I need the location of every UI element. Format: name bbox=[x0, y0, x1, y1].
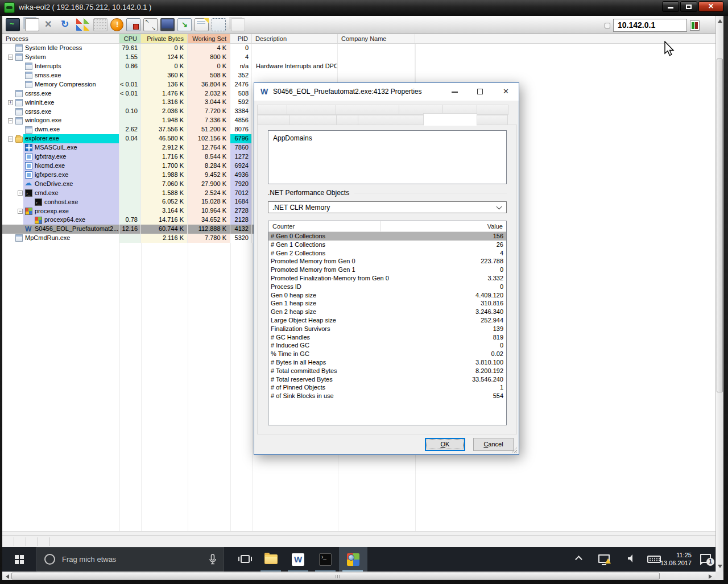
connection-options-icon[interactable] bbox=[6, 18, 20, 31]
cortana-search-box[interactable]: Frag mich etwas bbox=[36, 547, 224, 571]
minimize-button[interactable] bbox=[662, 1, 679, 12]
keyboard-icon[interactable] bbox=[93, 18, 107, 31]
scroll-right-arrow[interactable] bbox=[709, 574, 712, 579]
close-button[interactable]: ✕ bbox=[698, 1, 723, 12]
column-header-company[interactable]: Company Name bbox=[338, 34, 415, 43]
volume-icon[interactable] bbox=[628, 554, 632, 562]
tools-icon[interactable] bbox=[42, 18, 56, 31]
counter-row[interactable]: # Bytes in all Heaps 3.810.100 bbox=[268, 358, 506, 367]
dialog-tab[interactable] bbox=[257, 115, 289, 125]
file-transfer-icon[interactable] bbox=[177, 18, 192, 31]
maximize-button[interactable] bbox=[680, 1, 697, 12]
dialog-tab[interactable] bbox=[358, 115, 424, 125]
vertical-scrollbar[interactable] bbox=[715, 16, 723, 571]
connections-icon[interactable] bbox=[126, 18, 140, 31]
counter-row[interactable]: Process ID 0 bbox=[268, 283, 506, 291]
dialog-tab[interactable] bbox=[477, 105, 508, 115]
dialog-minimize-button[interactable] bbox=[442, 83, 468, 100]
ip-address-field[interactable]: 10.142.0.1 bbox=[613, 19, 687, 32]
scroll-up-arrow[interactable] bbox=[718, 19, 722, 23]
counter-row[interactable]: # Gen 1 Collections 26 bbox=[268, 241, 506, 249]
appdomains-listbox[interactable]: AppDomains bbox=[268, 130, 507, 184]
counter-row[interactable]: % Time in GC 0.02 bbox=[268, 350, 506, 358]
multi-window-icon[interactable] bbox=[231, 18, 245, 31]
column-header-process[interactable]: Process bbox=[2, 34, 119, 43]
dialog-tab[interactable] bbox=[257, 105, 287, 115]
column-header-pid[interactable]: PID bbox=[230, 34, 252, 43]
counter-row[interactable]: # Gen 0 Collections 156 bbox=[268, 232, 506, 241]
counter-row[interactable]: # Total committed Bytes 8.200.192 bbox=[268, 367, 506, 375]
microphone-icon[interactable] bbox=[209, 554, 217, 565]
tree-expander[interactable]: − bbox=[18, 209, 23, 214]
taskbar-word[interactable]: W bbox=[284, 547, 312, 571]
tree-expander[interactable]: + bbox=[8, 100, 13, 105]
perf-object-dropdown[interactable]: .NET CLR Memory bbox=[268, 201, 507, 213]
process-row[interactable]: smss.exe 360 K 508 K 352 bbox=[2, 71, 715, 80]
tray-chevron-icon[interactable] bbox=[575, 556, 582, 563]
counter-row[interactable]: # Gen 2 Collections 4 bbox=[268, 249, 506, 258]
process-row[interactable]: Interrupts 0.86 0 K 0 K n/a Hardware Int… bbox=[2, 62, 715, 71]
column-header-cpu[interactable]: CPU bbox=[119, 34, 141, 43]
cancel-button[interactable]: Cancel bbox=[473, 438, 514, 451]
tree-expander[interactable]: − bbox=[8, 136, 13, 142]
taskbar-file-explorer[interactable] bbox=[257, 547, 284, 571]
refresh-icon[interactable] bbox=[59, 18, 73, 31]
taskbar-command-prompt[interactable] bbox=[312, 547, 339, 571]
horizontal-scroll-thumb[interactable] bbox=[11, 573, 660, 579]
fullscreen-icon[interactable] bbox=[143, 18, 158, 31]
counter-column-header[interactable]: Counter bbox=[268, 221, 381, 231]
dialog-tab[interactable] bbox=[289, 115, 337, 125]
counter-row[interactable]: Promoted Memory from Gen 1 0 bbox=[268, 266, 506, 274]
listview-horizontal-scrollbar[interactable] bbox=[2, 531, 715, 535]
counter-row[interactable]: Finalization Survivors 139 bbox=[268, 325, 506, 333]
action-center-icon[interactable]: 1 bbox=[700, 554, 711, 563]
process-row[interactable]: − System 1.55 124 K 800 K 4 bbox=[2, 53, 715, 62]
counter-row[interactable]: Gen 0 heap size 4.409.120 bbox=[268, 291, 506, 300]
resize-grip[interactable] bbox=[511, 447, 517, 453]
window-toggle-icon[interactable] bbox=[25, 18, 39, 31]
dialog-tab[interactable] bbox=[477, 115, 508, 125]
dialog-maximize-button[interactable] bbox=[468, 83, 493, 100]
single-window-icon[interactable] bbox=[212, 18, 226, 31]
ok-button[interactable]: OK bbox=[425, 438, 465, 451]
counter-row[interactable]: # Total reserved Bytes 33.546.240 bbox=[268, 375, 506, 384]
counter-row[interactable]: Promoted Finalization-Memory from Gen 0 … bbox=[268, 274, 506, 283]
counter-row[interactable]: Gen 1 heap size 310.816 bbox=[268, 299, 506, 308]
process-row[interactable]: System Idle Process 79.61 0 K 4 K 0 bbox=[2, 44, 715, 53]
ip-checkbox[interactable] bbox=[605, 23, 610, 28]
dialog-tab[interactable] bbox=[336, 115, 358, 125]
column-header-private-bytes[interactable]: Private Bytes bbox=[141, 34, 188, 43]
scroll-left-arrow[interactable] bbox=[6, 574, 9, 579]
start-menu-icon[interactable] bbox=[76, 18, 90, 31]
horizontal-scrollbar[interactable] bbox=[2, 571, 715, 580]
tree-expander[interactable]: − bbox=[18, 190, 23, 196]
counter-row[interactable]: Large Object Heap size 252.944 bbox=[268, 316, 506, 325]
counter-row[interactable]: # GC Handles 819 bbox=[268, 333, 506, 342]
tree-expander[interactable]: − bbox=[8, 55, 13, 60]
taskbar-process-explorer[interactable] bbox=[339, 547, 367, 571]
start-button[interactable] bbox=[2, 547, 36, 571]
tree-expander[interactable]: − bbox=[8, 118, 13, 123]
counter-row[interactable]: Gen 2 heap size 3.246.340 bbox=[268, 308, 506, 316]
column-header-working-set[interactable]: Working Set bbox=[188, 34, 230, 43]
value-column-header[interactable]: Value bbox=[381, 221, 506, 231]
counter-row[interactable]: # of Sink Blocks in use 554 bbox=[268, 392, 506, 400]
network-icon[interactable] bbox=[598, 554, 610, 563]
dialog-titlebar[interactable]: W S0456_EOL_Pruefautomat2.exe:4132 Prope… bbox=[254, 83, 519, 101]
dialog-close-button[interactable]: ✕ bbox=[493, 83, 519, 100]
task-view-button[interactable] bbox=[232, 547, 258, 571]
dialog-tab[interactable] bbox=[287, 105, 336, 115]
window-titlebar[interactable]: wika-eol2 ( 192.168.75.212, 10.142.0.1 )… bbox=[0, 0, 728, 16]
dialog-tab[interactable] bbox=[423, 113, 477, 126]
counter-row[interactable]: Promoted Memory from Gen 0 223.788 bbox=[268, 257, 506, 266]
scroll-down-arrow[interactable] bbox=[718, 565, 722, 568]
vertical-scroll-thumb[interactable] bbox=[717, 59, 723, 392]
taskbar-clock[interactable]: 11:25 13.06.2017 bbox=[647, 551, 692, 567]
counter-row[interactable]: # Induced GC 0 bbox=[268, 341, 506, 350]
ctrl-alt-del-icon[interactable] bbox=[110, 18, 123, 31]
remote-screen-icon[interactable] bbox=[160, 18, 175, 31]
column-header-description[interactable]: Description bbox=[252, 34, 338, 43]
dialog-tab[interactable] bbox=[336, 105, 399, 115]
counter-row[interactable]: # of Pinned Objects 1 bbox=[268, 383, 506, 392]
chat-icon[interactable] bbox=[195, 18, 209, 31]
